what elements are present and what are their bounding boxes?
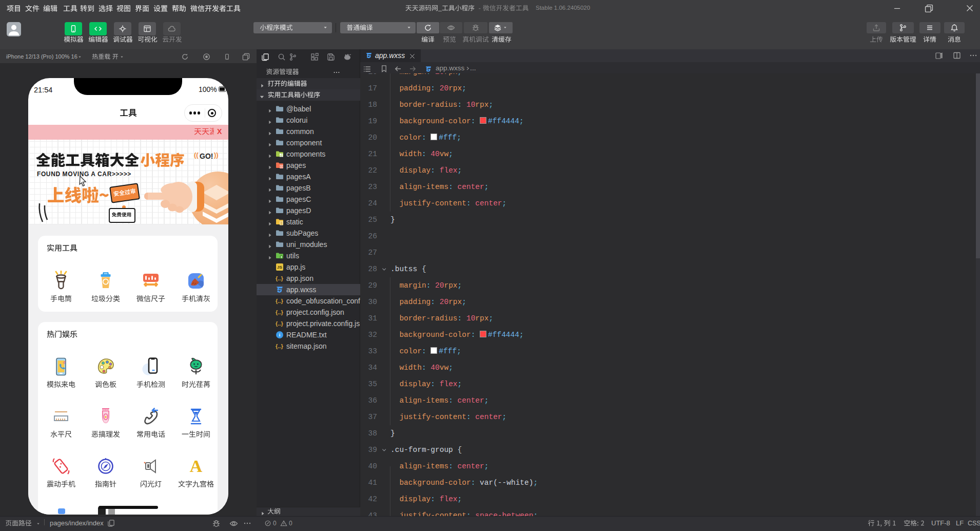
svg-text:A: A	[190, 457, 203, 476]
